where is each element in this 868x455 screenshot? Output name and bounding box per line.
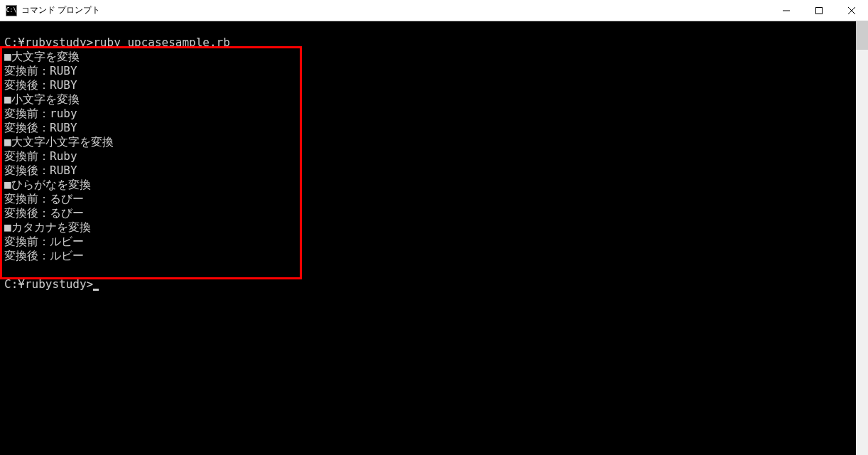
minimize-icon xyxy=(783,7,790,14)
window-title: コマンド プロンプト xyxy=(21,4,100,16)
terminal-line: 変換前：るびー xyxy=(0,192,856,206)
minimize-button[interactable] xyxy=(770,0,803,21)
cursor xyxy=(93,289,99,291)
terminal-line: 変換後：るびー xyxy=(0,206,856,220)
spacer xyxy=(0,263,856,277)
window-controls xyxy=(770,0,868,21)
terminal-line: ■ひらがなを変換 xyxy=(0,178,856,192)
spacer xyxy=(0,21,856,36)
maximize-icon xyxy=(815,7,823,14)
terminal-line: 変換後：RUBY xyxy=(0,78,856,92)
terminal-line: 変換前：ルビー xyxy=(0,235,856,249)
terminal-line: 変換後：RUBY xyxy=(0,164,856,178)
terminal-line: 変換前：ruby xyxy=(0,107,856,121)
terminal-area[interactable]: C:¥rubystudy>ruby upcasesample.rb ■大文字を変… xyxy=(0,21,868,455)
terminal-line: 変換後：RUBY xyxy=(0,121,856,135)
scrollbar[interactable] xyxy=(856,21,868,455)
terminal-line: ■小文字を変換 xyxy=(0,92,856,107)
prompt-text: C:¥rubystudy> xyxy=(4,277,93,291)
svg-rect-1 xyxy=(816,8,823,14)
terminal-line: 変換前：Ruby xyxy=(0,149,856,164)
maximize-button[interactable] xyxy=(803,0,835,21)
terminal-line: ■大文字小文字を変換 xyxy=(0,135,856,149)
terminal-line: ■大文字を変換 xyxy=(0,50,856,64)
terminal-line: C:¥rubystudy>ruby upcasesample.rb xyxy=(0,36,856,50)
terminal-content[interactable]: C:¥rubystudy>ruby upcasesample.rb ■大文字を変… xyxy=(0,21,856,455)
terminal-line: 変換前：RUBY xyxy=(0,64,856,78)
close-button[interactable] xyxy=(835,0,868,21)
scrollbar-thumb[interactable] xyxy=(856,21,868,50)
close-icon xyxy=(848,7,855,14)
titlebar: C:\ コマンド プロンプト xyxy=(0,0,868,21)
app-icon: C:\ xyxy=(6,5,17,16)
terminal-line: ■カタカナを変換 xyxy=(0,220,856,235)
terminal-prompt-line: C:¥rubystudy> xyxy=(0,277,856,291)
terminal-line: 変換後：ルビー xyxy=(0,249,856,263)
app-icon-text: C:\ xyxy=(6,7,16,14)
